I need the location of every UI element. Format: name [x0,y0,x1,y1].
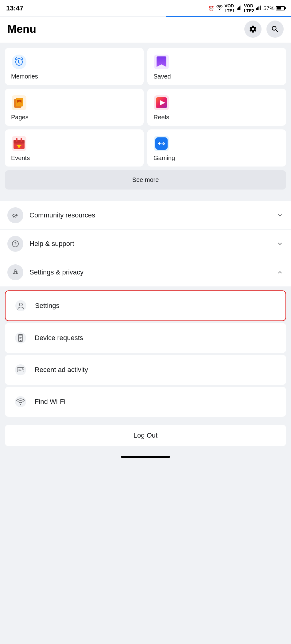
recent-ad-activity-sub-icon [13,362,29,378]
svg-text:?: ? [14,241,17,246]
grid-row-3: Events Gaming [5,129,286,167]
svg-point-25 [164,143,165,144]
settings-privacy-label: Settings & privacy [29,268,83,276]
wifi-icon [216,5,223,11]
gear-icon [249,25,257,33]
saved-label: Saved [153,73,171,80]
log-out-button[interactable]: Log Out [5,425,286,446]
settings-privacy-chevron [276,269,284,276]
lte1-icon: VODLTE1 [225,3,235,13]
gaming-label: Gaming [153,155,175,162]
search-icon [271,25,279,33]
svg-point-35 [15,300,26,311]
alarm-icon: ⏰ [208,6,214,11]
svg-rect-3 [240,6,241,10]
settings-privacy-left: Settings & privacy [7,264,83,280]
svg-rect-18 [14,140,25,144]
lte2-icon: VODLTE2 [244,3,254,13]
community-resources-icon [7,207,23,223]
device-requests-sub-label: Device requests [35,334,83,342]
svg-point-8 [12,55,26,69]
settings-sub-item[interactable]: Settings [5,290,286,321]
svg-rect-23 [155,137,168,150]
svg-rect-19 [16,138,17,142]
svg-rect-5 [257,7,258,10]
settings-sub-icon [13,298,29,314]
memories-icon [11,54,27,70]
help-support-chevron [276,240,284,247]
home-indicator [0,452,291,464]
svg-point-26 [161,143,163,144]
status-time: 13:47 [6,4,23,12]
svg-rect-4 [256,8,257,10]
svg-rect-2 [239,6,240,10]
svg-point-27 [163,144,164,145]
settings-privacy-item[interactable]: Settings & privacy [0,258,291,287]
help-support-label: Help & support [29,240,74,248]
status-icons: ⏰ VODLTE1 VODLTE2 [208,3,285,13]
svg-rect-12 [16,98,23,106]
svg-point-37 [15,332,26,343]
grid-item-memories[interactable]: Memories [5,48,144,85]
list-section: Community resources ? Help & support [0,199,291,289]
help-support-icon: ? [7,236,23,252]
battery-percent: 57% [263,5,274,12]
community-resources-item[interactable]: Community resources [0,201,291,230]
page-title: Menu [7,23,36,36]
grid-item-saved[interactable]: Saved [147,48,286,85]
svg-point-24 [163,142,164,144]
status-bar: 13:47 ⏰ VODLTE1 VODLTE2 [0,0,291,16]
help-support-item[interactable]: ? Help & support [0,230,291,258]
events-icon [11,136,27,151]
see-more-button[interactable]: See more [5,170,286,190]
reels-label: Reels [153,114,169,121]
memories-label: Memories [11,73,38,80]
events-label: Events [11,155,30,162]
battery-bar [276,6,285,10]
svg-rect-6 [258,6,259,10]
recent-ad-activity-sub-item[interactable]: Recent ad activity [5,355,286,385]
svg-point-41 [15,364,26,375]
svg-point-44 [15,396,26,407]
header-actions [244,21,284,38]
settings-privacy-icon [7,264,23,280]
community-resources-chevron [276,212,284,219]
reels-icon [153,95,169,111]
grid-item-reels[interactable]: Reels [147,89,286,126]
settings-button[interactable] [244,21,262,38]
find-wifi-sub-label: Find Wi-Fi [35,398,65,406]
help-support-left: ? Help & support [7,236,74,252]
app-header: Menu [0,17,291,43]
battery-fill [277,7,281,10]
grid-row-1: Memories Saved [5,48,286,85]
pages-label: Pages [11,114,29,121]
find-wifi-sub-item[interactable]: Find Wi-Fi [5,387,286,417]
community-resources-label: Community resources [29,211,95,219]
pages-icon [11,95,27,111]
gaming-icon [153,136,169,151]
find-wifi-sub-icon [13,394,29,410]
settings-privacy-expanded: Settings Device requests Recent ad [0,290,291,417]
svg-rect-20 [21,138,22,142]
grid-item-events[interactable]: Events [5,129,144,167]
search-button[interactable] [266,21,284,38]
settings-sub-label: Settings [35,302,60,310]
grid-item-gaming[interactable]: Gaming [147,129,286,167]
svg-point-45 [20,404,21,405]
log-out-section: Log Out [0,419,291,452]
device-requests-sub-item[interactable]: Device requests [5,323,286,353]
device-requests-sub-icon [13,330,29,346]
grid-row-2: Pages Reels [5,89,286,126]
home-bar [121,456,170,458]
community-resources-left: Community resources [7,207,95,223]
signal2-icon [256,5,262,11]
battery-indicator: 57% [263,5,285,12]
recent-ad-activity-sub-label: Recent ad activity [35,366,88,374]
grid-item-pages[interactable]: Pages [5,89,144,126]
main-content: Memories Saved [0,43,291,199]
svg-rect-1 [238,7,239,10]
saved-icon [153,54,169,70]
svg-rect-0 [237,8,238,10]
signal1-icon [237,5,242,11]
svg-rect-7 [260,6,261,10]
